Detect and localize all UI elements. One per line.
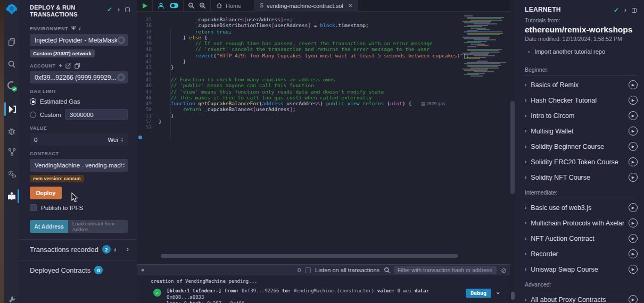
tutorial-item[interactable]: ›NFT Auction Contract▶	[525, 231, 638, 246]
import-repo-button[interactable]: › Import another tutorial repo	[528, 48, 637, 55]
tutorial-item[interactable]: ›Uniswap Swap Course▶	[525, 262, 638, 277]
run-script-icon[interactable]	[142, 3, 148, 9]
sidebar-item-learneth[interactable]	[4, 187, 19, 205]
filter-input[interactable]: Filter with transaction hash or address	[394, 266, 497, 274]
info-icon[interactable]: i	[114, 246, 116, 252]
tutorial-item[interactable]: ›Solidity Beginner Course▶	[525, 139, 638, 154]
evm-version-badge: evm version: cancun	[30, 175, 84, 182]
tutorial-item[interactable]: ›Basics of Remix▶	[525, 77, 638, 92]
tutorial-item[interactable]: ›Multisig Wallet▶	[525, 123, 638, 139]
code-editor[interactable]: Home S vending-machine-contract.sol × 35…	[137, 0, 510, 264]
zoom-in-icon[interactable]	[199, 2, 206, 9]
at-address-button[interactable]: At Address	[30, 220, 68, 233]
value-unit-select[interactable]: Wei	[108, 137, 118, 143]
play-circle-icon[interactable]: ▶	[629, 111, 638, 120]
play-circle-icon[interactable]: ▶	[629, 265, 638, 274]
sidebar-item-solidity-compiler[interactable]	[4, 78, 19, 96]
plus-icon[interactable]: +	[59, 63, 62, 69]
play-circle-icon[interactable]: ▶	[629, 173, 638, 182]
code-line: 49 function getCupcakeBalanceFor(address…	[137, 100, 510, 106]
custom-gas-option[interactable]: Custom 3000000	[30, 109, 128, 120]
chevron-right-icon: ›	[525, 235, 526, 241]
play-circle-icon[interactable]: ▶	[629, 96, 638, 105]
sidebar-item-git[interactable]	[4, 142, 19, 161]
remixai-icon[interactable]	[157, 2, 165, 10]
tutorial-item[interactable]: ›Recorder▶	[525, 246, 638, 262]
play-circle-icon[interactable]: ▶	[629, 234, 638, 243]
tutorial-item[interactable]: ›Basic use of web3.js▶	[525, 200, 638, 215]
play-circle-icon[interactable]: ▶	[629, 295, 638, 303]
breakpoint-dot[interactable]	[138, 136, 142, 139]
play-circle-icon[interactable]: ▶	[629, 218, 638, 228]
code-line: 44	[137, 71, 510, 77]
minimap[interactable]	[461, 15, 502, 77]
scrollbar-thumb[interactable]	[510, 101, 515, 194]
play-circle-icon[interactable]: ▶	[629, 80, 638, 89]
value-input[interactable]: 0	[34, 137, 37, 143]
contract-select[interactable]: VendingMachine - vending-machin ▲▼	[30, 159, 128, 172]
pin-panel-icon[interactable]	[125, 7, 130, 12]
code-line: 35 _cupcakeBalances[userAddress]++;	[137, 16, 510, 22]
deployed-contracts-row[interactable]: Deployed Contracts 0	[19, 260, 137, 280]
copy-icon[interactable]	[75, 63, 80, 69]
scrollbar-thumb-bottom[interactable]	[511, 292, 515, 300]
expand-tx-icon[interactable]: ›	[495, 291, 503, 296]
tab-vending-machine-contract[interactable]: S vending-machine-contract.sol ×	[254, 0, 358, 12]
unit-spinner-icon[interactable]: ▲▼	[121, 137, 123, 142]
clear-console-icon[interactable]: ⊘	[501, 267, 507, 274]
account-orb-icon[interactable]	[117, 73, 125, 81]
transaction-log-row[interactable]: ✓ [block:1 txIndex:-] from: 0xf39...9226…	[137, 284, 510, 303]
play-circle-icon[interactable]: ▶	[629, 203, 638, 212]
sidebar-item-settings[interactable]	[4, 291, 19, 303]
chevron-right-icon[interactable]: ›	[127, 246, 129, 253]
at-address-input[interactable]: Load contract from Addres	[68, 220, 128, 233]
sidebar-item-file-explorer[interactable]	[4, 33, 19, 51]
tutorial-item[interactable]: ›Hash Checker Tutorial▶	[525, 92, 638, 108]
custom-gas-input[interactable]: 3000000	[65, 109, 128, 120]
code-area[interactable]: 35 _cupcakeBalances[userAddress]++;36 _c…	[137, 12, 510, 259]
publish-ipfs-option[interactable]: Publish to IPFS	[30, 204, 128, 211]
chevron-right-icon[interactable]: ›	[624, 6, 626, 14]
toggle-icon[interactable]	[169, 3, 179, 9]
debug-button[interactable]: Debug	[466, 289, 491, 298]
remix-logo[interactable]	[4, 0, 19, 19]
tutorial-item[interactable]: ›Intro to Circom▶	[525, 108, 638, 123]
sidebar-item-deploy-run[interactable]	[4, 100, 19, 118]
chevron-right-icon[interactable]: ›	[118, 6, 120, 13]
transactions-recorded-row[interactable]: Transactions recorded 2 i ›	[19, 240, 137, 259]
search-terminal-icon[interactable]	[384, 267, 390, 273]
info-icon[interactable]: i	[79, 26, 81, 31]
plug-icon[interactable]: Ψ	[71, 26, 76, 31]
right-scroll-strip	[510, 0, 515, 303]
close-tab-icon[interactable]: ×	[349, 2, 352, 10]
play-circle-icon[interactable]: ▶	[629, 249, 638, 258]
tab-home[interactable]: Home	[211, 0, 246, 12]
account-select[interactable]: 0xf39...92266 (9999.99929...	[30, 71, 128, 83]
edit-icon[interactable]	[65, 63, 71, 69]
tutorial-title: Multichain Protocols with Axelar	[531, 220, 624, 227]
play-circle-icon[interactable]: ▶	[629, 142, 638, 151]
sidebar-item-debugger[interactable]	[4, 122, 19, 140]
sidebar-item-search[interactable]	[4, 55, 19, 73]
value-input-row[interactable]: 0 Wei ▲▼	[30, 133, 128, 146]
listen-checkbox[interactable]	[305, 267, 311, 273]
environment-select[interactable]: Injected Provider - MetaMask	[30, 34, 128, 46]
sidebar-item-plugin-manager[interactable]	[4, 165, 19, 183]
zoom-out-icon[interactable]	[188, 2, 195, 9]
horizontal-scrollbar[interactable]	[161, 254, 458, 258]
tutorial-item[interactable]: ›Multichain Protocols with Axelar▶	[525, 215, 638, 231]
estimated-gas-option[interactable]: Estimated Gas	[30, 98, 128, 105]
play-circle-icon[interactable]: ▶	[629, 157, 638, 166]
deploy-button[interactable]: Deploy	[30, 187, 62, 199]
chevron-right-icon: ›	[525, 144, 526, 149]
tx-success-icon: ✓	[153, 289, 161, 297]
deployed-count-badge: 0	[94, 266, 103, 274]
play-circle-icon[interactable]: ▶	[629, 127, 638, 136]
tutorial-item[interactable]: ›Solidity NFT Course▶	[525, 170, 638, 185]
collapse-terminal-icon[interactable]: »	[140, 268, 146, 272]
tutorial-item[interactable]: ›All about Proxy Contracts▶	[525, 292, 638, 303]
checkbox-icon[interactable]	[30, 204, 37, 211]
environment-orb-icon[interactable]	[117, 36, 125, 44]
pin-panel-icon[interactable]	[632, 8, 637, 13]
tutorial-item[interactable]: ›Solidity ERC20 Token Course▶	[525, 154, 638, 170]
